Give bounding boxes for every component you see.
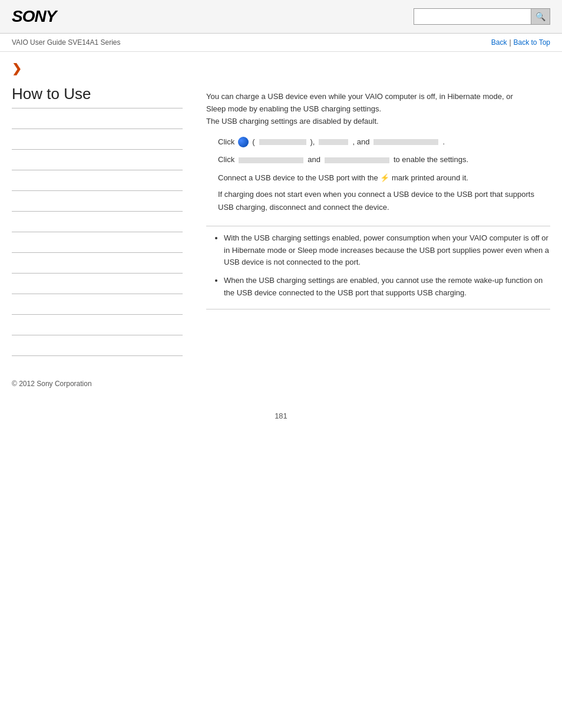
- separator: |: [509, 38, 511, 47]
- step2-click-label: Click: [218, 153, 234, 166]
- step3-text: Connect a USB device to the USB port wit…: [218, 173, 468, 182]
- step1-period: .: [442, 136, 445, 149]
- bullet1-text: With the USB charging settings enabled, …: [224, 233, 549, 267]
- content-area: You can charge a USB device even while y…: [194, 85, 550, 356]
- sidebar-title: How to Use: [12, 85, 183, 108]
- list-item: When the USB charging settings are enabl…: [224, 275, 550, 299]
- list-item[interactable]: [12, 212, 183, 232]
- bullet-list: With the USB charging settings enabled, …: [206, 232, 550, 299]
- header: SONY 🔍: [0, 0, 562, 34]
- step2-inline: Click and to enable the settings.: [218, 153, 550, 166]
- list-item[interactable]: [12, 315, 183, 335]
- list-item[interactable]: [12, 253, 183, 274]
- footer: © 2012 Sony Corporation: [0, 368, 562, 400]
- list-item[interactable]: [12, 129, 183, 150]
- list-item[interactable]: [12, 294, 183, 315]
- step2-placeholder2: [325, 157, 389, 163]
- step4-text: If charging does not start even when you…: [218, 190, 534, 212]
- step2-suffix: to enable the settings.: [394, 153, 468, 166]
- intro-line1: You can charge a USB device even while y…: [206, 92, 513, 101]
- list-item[interactable]: [12, 232, 183, 253]
- step1-inline: Click ( ), , and .: [218, 136, 550, 149]
- nav-links: Back | Back to Top: [491, 38, 550, 47]
- search-input[interactable]: [414, 8, 531, 25]
- step1-click-label: Click: [218, 136, 234, 149]
- list-item[interactable]: [12, 191, 183, 212]
- guide-title: VAIO User Guide SVE14A1 Series: [12, 38, 121, 47]
- step2-and: and: [308, 153, 320, 166]
- content-intro: You can charge a USB device even while y…: [206, 91, 550, 127]
- sidebar-items: [12, 108, 183, 356]
- list-item[interactable]: [12, 335, 183, 356]
- step1-placeholder2: [319, 139, 348, 145]
- globe-icon: [238, 137, 249, 147]
- sub-header: VAIO User Guide SVE14A1 Series Back | Ba…: [0, 34, 562, 52]
- list-item[interactable]: [12, 150, 183, 170]
- back-link[interactable]: Back: [491, 38, 507, 47]
- main-content: How to Use You can charge a USB device e…: [0, 85, 562, 356]
- intro-line3: The USB charging settings are disabled b…: [206, 117, 379, 126]
- list-item[interactable]: [12, 170, 183, 191]
- step1-placeholder3: [373, 139, 438, 145]
- list-item[interactable]: [12, 108, 183, 129]
- step1-and: , and: [352, 136, 369, 149]
- breadcrumb-arrow: ❯: [12, 61, 22, 75]
- step2-placeholder1: [239, 157, 303, 163]
- list-item: With the USB charging settings enabled, …: [224, 232, 550, 269]
- intro-line2: Sleep mode by enabling the USB charging …: [206, 104, 381, 113]
- copyright: © 2012 Sony Corporation: [12, 380, 92, 388]
- page-number: 181: [0, 400, 562, 432]
- search-icon: 🔍: [535, 12, 546, 21]
- step1-paren-close: ),: [310, 136, 315, 149]
- search-bar: 🔍: [414, 8, 550, 25]
- step1-placeholder1: [259, 139, 306, 145]
- sidebar: How to Use: [12, 85, 194, 356]
- sony-logo: SONY: [12, 7, 56, 26]
- bullet2-text: When the USB charging settings are enabl…: [224, 276, 543, 297]
- search-button[interactable]: 🔍: [531, 8, 550, 25]
- content-divider: [206, 309, 550, 309]
- bullet-section: With the USB charging settings enabled, …: [206, 226, 550, 299]
- step1-paren-open: (: [252, 136, 254, 149]
- back-to-top-link[interactable]: Back to Top: [514, 38, 550, 47]
- step4-block: If charging does not start even when you…: [206, 188, 550, 214]
- list-item[interactable]: [12, 274, 183, 294]
- step1-block: Click ( ), , and .: [206, 136, 550, 149]
- step2-block: Click and to enable the settings.: [206, 153, 550, 166]
- step3-block: Connect a USB device to the USB port wit…: [206, 172, 550, 185]
